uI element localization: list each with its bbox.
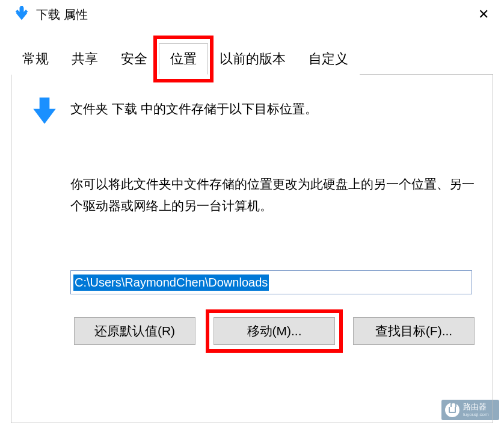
- close-button[interactable]: ✕: [469, 2, 498, 26]
- download-large-icon: [29, 96, 60, 126]
- tab-location[interactable]: 位置: [159, 43, 208, 75]
- window-title: 下载 属性: [36, 7, 469, 23]
- restore-defaults-button[interactable]: 还原默认值(R): [74, 317, 195, 345]
- content-area: 文件夹 下载 中的文件存储于以下目标位置。 你可以将此文件夹中文件存储的位置更改…: [11, 75, 493, 363]
- tab-panel: 文件夹 下载 中的文件存储于以下目标位置。 你可以将此文件夹中文件存储的位置更改…: [11, 74, 493, 423]
- button-row: 还原默认值(R) 移动(M)... 查找目标(F)...: [74, 317, 475, 345]
- close-icon: ✕: [478, 7, 489, 22]
- move-button-label: 移动(M)...: [247, 324, 302, 338]
- svg-marker-0: [16, 7, 28, 20]
- header-row: 文件夹 下载 中的文件存储于以下目标位置。: [29, 95, 475, 126]
- download-arrow-icon: [13, 6, 30, 23]
- tabs-row: 常规 共享 安全 位置 以前的版本 自定义: [11, 42, 493, 75]
- path-input[interactable]: C:\Users\RaymondChen\Downloads: [70, 270, 472, 294]
- titlebar: 下载 属性 ✕: [0, 0, 504, 29]
- find-target-button[interactable]: 查找目标(F)...: [353, 317, 475, 345]
- svg-marker-1: [33, 98, 56, 124]
- tab-custom[interactable]: 自定义: [297, 43, 360, 75]
- tab-share[interactable]: 共享: [60, 43, 109, 75]
- tab-security[interactable]: 安全: [109, 43, 159, 75]
- tabs-container: 常规 共享 安全 位置 以前的版本 自定义 文件夹 下载 中的文件存储于以下目标…: [0, 29, 504, 423]
- description-text: 你可以将此文件夹中文件存储的位置更改为此硬盘上的另一个位置、另一个驱动器或网络上…: [70, 173, 475, 216]
- move-button[interactable]: 移动(M)...: [214, 317, 335, 345]
- path-value: C:\Users\RaymondChen\Downloads: [73, 275, 269, 291]
- tab-general[interactable]: 常规: [11, 43, 60, 75]
- tab-location-label: 位置: [170, 51, 197, 66]
- header-text: 文件夹 下载 中的文件存储于以下目标位置。: [70, 95, 318, 119]
- tab-previous-versions[interactable]: 以前的版本: [208, 43, 297, 75]
